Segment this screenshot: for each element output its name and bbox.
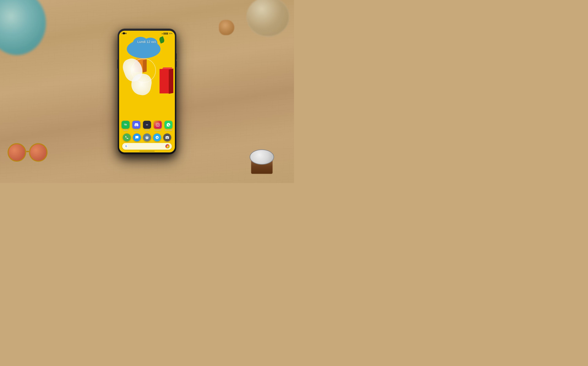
sunglasses-bottom-left	[5, 140, 54, 171]
phone: 14:36 ▲ ▌▌▌▌ 92% Lundi 12 oct.	[118, 29, 176, 154]
front-camera	[123, 32, 125, 34]
infinity-icon[interactable]: ∞	[143, 121, 151, 129]
whatsapp-label: WhatsApp	[165, 129, 172, 131]
discord-label: Discord	[134, 129, 139, 131]
dock-camera-icon[interactable]	[163, 133, 171, 141]
signal-icon: ▌▌▌▌	[164, 33, 168, 34]
volume-down-button[interactable]	[176, 61, 177, 67]
home-indicator	[139, 151, 155, 152]
sunglass-bridge	[26, 151, 29, 152]
date-display: Lundi 12 oct.	[119, 40, 175, 44]
app-instagram[interactable]: Instagram	[154, 121, 162, 131]
dock-row	[119, 133, 175, 141]
instagram-icon[interactable]	[154, 121, 162, 129]
phone-screen: 14:36 ▲ ▌▌▌▌ 92% Lundi 12 oct.	[119, 31, 175, 152]
volume-up-button[interactable]	[176, 53, 177, 60]
dock-phone-icon[interactable]	[123, 133, 131, 141]
dock-messages-icon[interactable]	[133, 133, 141, 141]
spotify-icon[interactable]	[122, 121, 129, 129]
watch-face	[250, 149, 274, 165]
red-shape-side	[169, 69, 173, 94]
power-button[interactable]	[117, 60, 118, 69]
whatsapp-icon[interactable]	[165, 121, 172, 129]
dock-lens-icon[interactable]	[143, 133, 151, 141]
svg-point-4	[147, 137, 147, 138]
svg-rect-1	[156, 123, 159, 126]
instagram-label: Instagram	[154, 129, 161, 131]
svg-point-0	[124, 123, 127, 126]
google-search-bar[interactable]: G	[122, 143, 172, 150]
phone-shell: 14:36 ▲ ▌▌▌▌ 92% Lundi 12 oct.	[118, 29, 176, 154]
spotify-label: Spotify	[123, 129, 128, 131]
app-whatsapp[interactable]: WhatsApp	[165, 121, 172, 131]
sunglass-left-lens	[8, 143, 26, 162]
dock-telegram-icon[interactable]	[153, 133, 161, 141]
cork-top-right	[219, 20, 234, 35]
status-icons: ▲ ▌▌▌▌ 92%	[161, 33, 172, 34]
google-mic-icon[interactable]	[165, 144, 170, 148]
date-text: Lundi 12 oct.	[119, 40, 175, 44]
wifi-icon: ▲	[161, 33, 163, 34]
app-infinity[interactable]: ∞ Infinity	[143, 121, 151, 131]
watch-bottom-right	[242, 149, 282, 174]
battery-icon: 92%	[169, 33, 172, 34]
app-icon-row: Spotify Discord ∞ Infinity	[119, 121, 175, 131]
google-g-logo: G	[124, 145, 128, 148]
status-bar: 14:36 ▲ ▌▌▌▌ 92%	[119, 31, 175, 36]
red-shape-front	[159, 69, 169, 93]
infinity-label: Infinity	[145, 129, 149, 131]
red-3d-shape	[159, 68, 173, 95]
app-discord[interactable]: Discord	[132, 121, 140, 131]
discord-icon[interactable]	[132, 121, 140, 129]
sunglass-right-lens	[29, 143, 48, 162]
svg-point-2	[157, 124, 159, 126]
app-spotify[interactable]: Spotify	[122, 121, 129, 131]
svg-point-3	[159, 123, 159, 124]
